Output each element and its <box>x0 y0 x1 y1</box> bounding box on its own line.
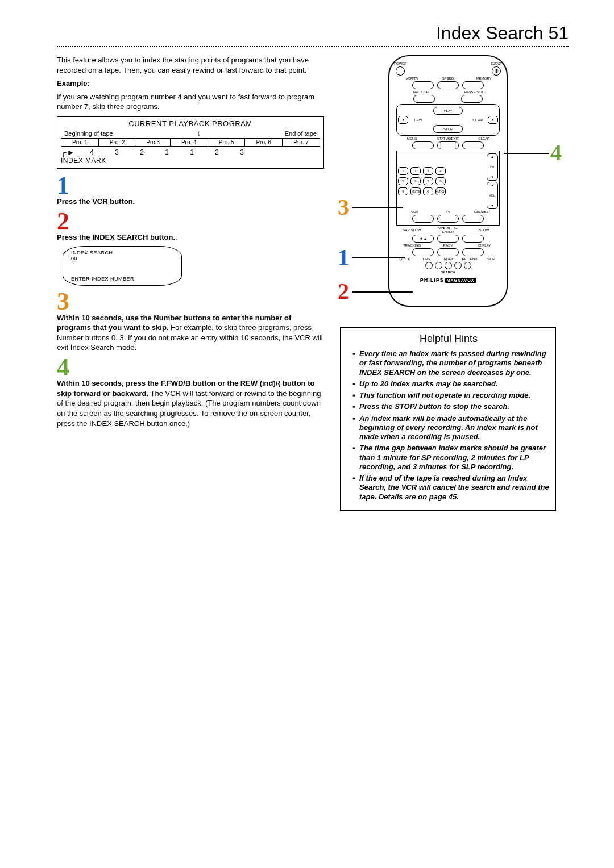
play-button[interactable]: PLAY <box>433 107 463 115</box>
altch-button[interactable]: ALT.CH <box>435 187 446 195</box>
hint-item: The time gap between index marks should … <box>352 444 549 471</box>
rew-button[interactable]: ◄ <box>398 116 408 124</box>
num-8[interactable]: 8 <box>435 177 446 185</box>
arrow-right-icon: ┌► <box>61 148 75 157</box>
index-search-button[interactable] <box>445 262 452 269</box>
power-label: POWER <box>394 62 407 65</box>
callout-3: 3 <box>338 194 349 220</box>
title-text: Index Search <box>436 23 544 43</box>
tape-cell: Pro. 2 <box>98 138 136 146</box>
diagram-left-label: Beginning of tape <box>64 130 113 137</box>
clear-button[interactable] <box>462 141 484 149</box>
osd-line-2: 00 <box>71 256 173 261</box>
index-mark-label: INDEX MARK <box>61 157 320 165</box>
menu-button[interactable] <box>412 141 434 149</box>
page-number: 51 <box>548 23 569 43</box>
num-6[interactable]: 6 <box>410 177 421 185</box>
on-screen-display: INDEX SEARCH 00 ENTER INDEX NUMBER <box>63 246 182 286</box>
power-button[interactable] <box>396 66 405 76</box>
index-numbers: 4 3 2 1 1 2 3 <box>77 148 248 156</box>
brand-logo: PHILIPSMAGNAVOX <box>394 277 502 283</box>
osd-line-3: ENTER INDEX NUMBER <box>71 276 173 282</box>
num-1[interactable]: 1 <box>398 167 408 175</box>
num-2[interactable]: 2 <box>410 167 421 175</box>
tape-cell: Pro. 7 <box>283 138 320 146</box>
vcrplus-button[interactable] <box>437 235 459 243</box>
num-7[interactable]: 7 <box>423 177 433 185</box>
diagram-right-label: End of tape <box>285 130 317 137</box>
pausestill-button[interactable] <box>461 95 483 103</box>
hint-item: If the end of the tape is reached during… <box>352 474 549 502</box>
hint-item: This function will not operate in record… <box>352 391 549 400</box>
hint-item: Press the STOP/ button to stop the searc… <box>352 402 549 411</box>
speed-button[interactable] <box>437 81 459 89</box>
tape-cell: Pro.3 <box>136 138 170 146</box>
hint-item: An index mark will be made automatically… <box>352 414 549 442</box>
varslow-button[interactable]: ◄ ▲ <box>412 235 434 243</box>
tv-button[interactable] <box>437 215 459 223</box>
osd-line-1: INDEX SEARCH <box>71 250 173 256</box>
num-0[interactable]: 0 <box>423 187 433 195</box>
fadv-button[interactable] <box>437 248 459 256</box>
tape-cell: Pro. 4 <box>170 138 208 146</box>
time-button[interactable] <box>435 262 442 269</box>
step-1-text: Press the VCR button. <box>57 197 324 207</box>
skip-button[interactable] <box>464 262 471 269</box>
right-column: 1 2 3 4 POWER EJECT⦿ VCR/TVSPEEDMEMORY R… <box>340 55 556 511</box>
intro-paragraph: This feature allows you to index the sta… <box>57 55 324 75</box>
hints-title: Helpful Hints <box>348 333 549 345</box>
step-4-number: 4 <box>57 356 324 379</box>
tracking-button[interactable] <box>412 248 434 256</box>
diagram-title: CURRENT PLAYBACK PROGRAM <box>61 119 320 128</box>
hint-item: Every time an index mark is passed durin… <box>352 349 549 377</box>
example-paragraph: If you are watching program number 4 and… <box>57 92 324 112</box>
step-3-text: Within 10 seconds, use the Number button… <box>57 313 324 353</box>
recend-button[interactable] <box>454 262 462 269</box>
callout-2: 2 <box>338 278 349 304</box>
example-label: Example: <box>57 79 90 87</box>
step-1-number: 1 <box>57 174 324 197</box>
recotr-button[interactable] <box>413 95 435 103</box>
mute-button[interactable]: MUTE <box>410 187 421 195</box>
step-3-number: 3 <box>57 290 324 313</box>
vcr-button[interactable] <box>412 215 434 223</box>
num-9[interactable]: 9 <box>398 187 408 195</box>
stop-button[interactable]: STOP <box>433 125 463 133</box>
callout-1: 1 <box>338 244 349 270</box>
tape-diagram: CURRENT PLAYBACK PROGRAM Beginning of ta… <box>57 116 324 169</box>
tape-cell: Pro. 6 <box>245 138 283 146</box>
tape-table: Pro. 1 Pro. 2 Pro.3 Pro. 4 Pro. 5 Pro. 6… <box>61 138 320 147</box>
step-2-text: Press the INDEX SEARCH button. <box>57 233 175 241</box>
x2play-button[interactable] <box>462 248 484 256</box>
eject-button[interactable]: ⦿ <box>492 66 501 76</box>
memory-button[interactable] <box>462 81 484 89</box>
vcrtv-button[interactable] <box>412 81 434 89</box>
vol-rocker[interactable]: VOL. <box>487 182 498 209</box>
down-arrow-icon: ↓ <box>197 130 201 137</box>
step-4-text: Within 10 seconds, press the F.FWD/B but… <box>57 378 324 428</box>
tape-cell: Pro. 5 <box>208 138 245 146</box>
num-4[interactable]: 4 <box>435 167 446 175</box>
slow-button[interactable] <box>462 235 484 243</box>
tape-cell: Pro. 1 <box>61 138 99 146</box>
left-column: This feature allows you to index the sta… <box>57 55 324 511</box>
callout-4: 4 <box>550 139 562 166</box>
cbldbs-button[interactable] <box>462 215 484 223</box>
page-title: Index Search 51 <box>57 23 569 44</box>
statusexit-button[interactable] <box>437 141 459 149</box>
num-5[interactable]: 5 <box>398 177 408 185</box>
ffwd-button[interactable]: ► <box>488 116 498 124</box>
ch-rocker[interactable]: CH. <box>487 153 498 181</box>
separator <box>57 46 569 47</box>
transport-panel: PLAY ◄ REW F.FWD ► STOP <box>396 104 500 136</box>
num-3[interactable]: 3 <box>423 167 433 175</box>
quick-button[interactable] <box>425 262 433 269</box>
number-panel: 1 2 3 4 5 6 7 8 9 MUTE 0 ALT.CH <box>396 151 500 226</box>
helpful-hints: Helpful Hints Every time an index mark i… <box>340 327 556 511</box>
remote-control: POWER EJECT⦿ VCR/TVSPEEDMEMORY REC/OTRPA… <box>388 55 508 307</box>
step-2-number: 2 <box>57 210 324 233</box>
hint-item: Up to 20 index marks may be searched. <box>352 379 549 389</box>
eject-label: EJECT <box>491 62 502 65</box>
